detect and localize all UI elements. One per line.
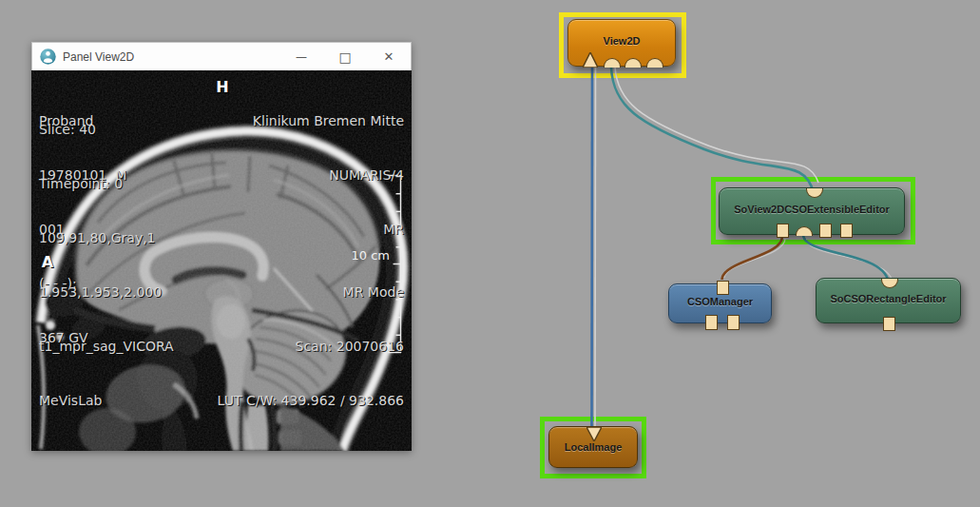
connector-triangle-input-image[interactable] [583,52,598,68]
connector-dome-input[interactable] [646,58,663,68]
connection-highlight [724,239,785,278]
overlay-line: Timepoint: 0 [39,175,174,193]
connector-triangle-output-image[interactable] [586,427,602,441]
overlay-line: Scan: 20070616 [218,338,404,356]
overlay-line: MR Mode [218,283,404,302]
connector-square-input[interactable] [883,317,895,331]
overlay-line: 109,91,80,Gray,1 [39,229,174,247]
node-view2d[interactable]: View2D [567,19,676,67]
connector-dome-input[interactable] [625,58,642,68]
overlay-line: t1_mpr_sag_VICORA [39,338,174,356]
node-soview2dcsoextensibleeditor[interactable]: SoView2DCSOExtensibleEditor [719,187,905,235]
overlay-line: Slice: 40 [39,121,174,139]
node-socsorectangleeditor[interactable]: SoCSORectangleEditor [816,278,961,323]
connection-highlight [615,67,818,183]
overlay-line: NUMARIS/4 [253,166,404,185]
connection-view2d-soview2dcsoextensibleeditor[interactable] [611,68,814,193]
mevislab-logo-icon [40,49,56,65]
connector-square-input[interactable] [819,224,832,238]
window-titlebar[interactable]: Panel View2D — □ ✕ [31,42,412,70]
connector-dome-input[interactable] [604,58,621,68]
connector-square-input[interactable] [840,224,853,238]
connector-square-output-top[interactable] [717,281,729,295]
node-label: SoCSORectangleEditor [830,293,946,304]
overlay-line: MeVisLab [39,392,174,410]
maximize-icon[interactable]: □ [323,43,367,70]
connector-dome-input[interactable] [796,226,813,236]
connector-square-input[interactable] [727,315,740,330]
desktop: Panel View2D — □ ✕ [0,0,980,507]
connector-square-input[interactable] [777,224,789,238]
overlay-site-info: Klinikum Bremen Mitte NUMARIS/4 MR [253,76,404,275]
orientation-label-anterior: A [33,253,62,271]
overlay-scan-info: MR Mode Scan: 20070616 LUT C/W: 439.962 … [218,247,404,446]
panel-view2d-window: Panel View2D — □ ✕ [31,42,412,451]
node-label: LocalImage [565,441,623,453]
node-label: SoView2DCSOExtensibleEditor [734,204,890,215]
connection-highlight [806,239,893,283]
view2d-viewport[interactable]: 10 cm Proband 19780101 M 001 (- - -): 36… [31,70,412,451]
node-label: View2D [604,35,641,47]
orientation-label-head: H [208,78,237,96]
overlay-line: MR [253,221,404,239]
connector-dome-output-top[interactable] [881,279,898,288]
connection-highlight [595,68,596,428]
overlay-line: 1.953,1.953,2.000 [39,283,174,302]
overlay-line: LUT C/W: 439.962 / 932.866 [218,392,404,410]
node-localimage[interactable]: LocalImage [548,426,638,468]
window-title: Panel View2D [63,50,134,64]
connection-view2d-localimage[interactable] [592,67,593,430]
close-icon[interactable]: ✕ [367,43,411,70]
connector-dome-output-top[interactable] [806,188,823,198]
node-csomanager[interactable]: CSOManager [668,283,772,323]
connector-square-input[interactable] [705,315,718,330]
overlay-line: Klinikum Bremen Mitte [253,112,404,130]
minimize-icon[interactable]: — [279,43,323,70]
node-label: CSOManager [687,296,753,307]
